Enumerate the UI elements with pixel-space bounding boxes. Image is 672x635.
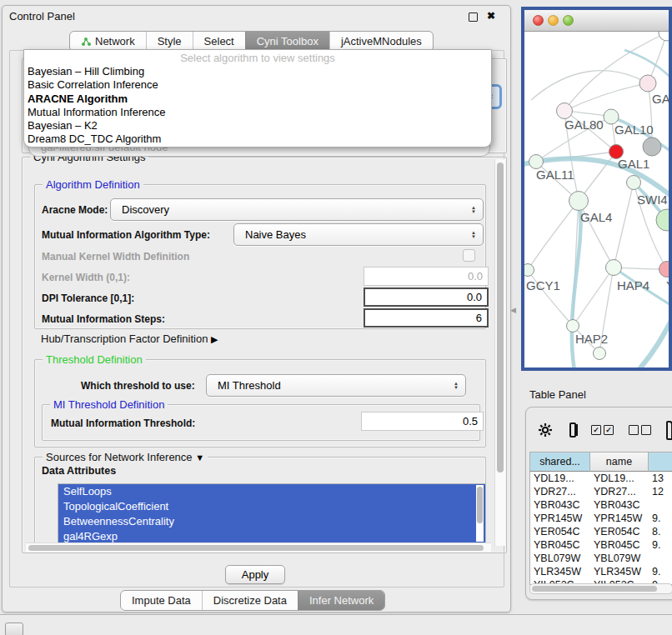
node-label-hap2: HAP2 xyxy=(575,332,608,346)
mi-steps-label: Mutual Information Steps: xyxy=(42,313,165,325)
mi-threshold-label: Mutual Information Threshold: xyxy=(51,418,195,429)
kernel-width-label: Kernel Width (0,1): xyxy=(42,272,130,283)
algorithm-option-bayesian-hill-climbing[interactable]: Bayesian – Hill Climbing xyxy=(24,65,491,78)
network-edge xyxy=(573,268,614,326)
table-row[interactable]: YDL19...YDL19...13 xyxy=(530,472,672,485)
network-node-hap4[interactable] xyxy=(606,260,622,276)
tab-cyni-toolbox[interactable]: Cyni Toolbox xyxy=(245,32,329,51)
mi-type-combo[interactable]: Naive Bayes ▲▼ xyxy=(233,223,484,246)
settings-hscrollbar[interactable] xyxy=(26,542,491,552)
table-cell: YDL19... xyxy=(590,472,649,485)
splitter-collapse-icon[interactable]: ◀ xyxy=(510,306,516,314)
control-panel-window: Control Panel ✖ NetworkStyleSelectCyni T… xyxy=(2,5,511,612)
mi-steps-field[interactable]: 6 xyxy=(364,308,489,328)
table-panel-title: Table Panel xyxy=(521,383,672,403)
collapse-panel-button[interactable] xyxy=(5,622,23,635)
network-node[interactable] xyxy=(656,209,670,231)
network-node-gal80[interactable] xyxy=(557,103,573,119)
node-label-gcy1: GCY1 xyxy=(526,278,560,292)
network-edge-thick xyxy=(638,312,670,368)
hub-definition-toggle[interactable]: Hub/Transcription Factor Definition ▶ xyxy=(41,332,218,345)
attribute-item-topologicalcoefficient[interactable]: TopologicalCoefficient xyxy=(58,499,485,514)
table-header-row: shared...name xyxy=(530,452,672,472)
settings-gear-icon[interactable] xyxy=(538,422,553,438)
table-cell: YBR043C xyxy=(590,498,649,512)
tab-label: Select xyxy=(204,35,234,48)
combo-stepper-icon: ▲▼ xyxy=(454,382,465,390)
table-row[interactable]: YLR345WYLR345W9. xyxy=(530,565,672,578)
network-node[interactable] xyxy=(643,138,661,156)
table-row[interactable]: YER054CYER054C8. xyxy=(530,525,672,538)
combo-stepper-icon: ▲▼ xyxy=(471,231,483,239)
mi-threshold-field[interactable]: 0.5 xyxy=(361,412,484,431)
kernel-width-field[interactable]: 0.0 xyxy=(364,267,489,286)
tab-discretize-data[interactable]: Discretize Data xyxy=(202,591,298,610)
aracne-mode-value: Discovery xyxy=(111,203,169,216)
tab-jactivemnodules[interactable]: jActiveMNodules xyxy=(329,32,433,51)
tab-label: Infer Network xyxy=(309,594,374,607)
attribute-item-selfloops[interactable]: SelfLoops xyxy=(58,484,485,499)
algorithm-option-bayesian-k2[interactable]: Bayesian – K2 xyxy=(24,119,491,132)
algorithm-option-aracne-algorithm[interactable]: ARACNE Algorithm xyxy=(24,92,491,106)
column-header-attr[interactable] xyxy=(649,452,672,472)
table-cell: YBR045C xyxy=(590,538,649,552)
table-cell: YBR043C xyxy=(530,498,590,512)
mi-type-label: Mutual Information Algorithm Type: xyxy=(42,229,210,241)
network-canvas[interactable]: GALGAL80GAL10GAL1GAL11SWI4GAL4GCY1HAP4YH… xyxy=(524,32,670,368)
which-threshold-combo[interactable]: MI Threshold ▲▼ xyxy=(206,374,466,397)
table-hscrollbar[interactable] xyxy=(529,583,672,594)
table-row[interactable]: YBR045CYBR045C9. xyxy=(530,538,672,552)
minimize-traffic-light[interactable] xyxy=(548,15,559,26)
network-node-hap2[interactable] xyxy=(567,320,579,332)
list-scrollbar[interactable] xyxy=(476,485,484,542)
network-node-gal11[interactable] xyxy=(529,155,544,169)
table-row[interactable]: YBL079WYBL079W xyxy=(530,552,672,565)
tab-network[interactable]: Network xyxy=(70,32,146,51)
select-all-icon[interactable]: ✓✓ xyxy=(591,425,614,435)
table-row[interactable]: YBR043CYBR043C xyxy=(530,498,672,512)
aracne-mode-label: Aracne Mode: xyxy=(42,204,108,216)
sources-title[interactable]: Sources for Network Inference ▼ xyxy=(43,451,208,463)
node-label-y: Y xyxy=(666,278,670,292)
network-node-gal[interactable] xyxy=(639,75,656,92)
network-edge xyxy=(528,201,579,270)
threshold-definition-group: Threshold Definition Which threshold to … xyxy=(34,359,486,448)
network-node-gal4[interactable] xyxy=(569,192,589,211)
algorithm-option-dream8-dc-tdc-algorithm[interactable]: Dream8 DC_TDC Algorithm xyxy=(24,132,491,146)
network-window-titlebar[interactable] xyxy=(524,10,669,32)
network-node-y[interactable] xyxy=(659,262,671,278)
network-node[interactable] xyxy=(659,32,670,41)
apply-button[interactable]: Apply xyxy=(225,565,285,584)
table-row[interactable]: YDR27...YDR27...12 xyxy=(530,485,672,498)
attribute-item-betweennesscentrality[interactable]: BetweennessCentrality xyxy=(58,514,485,529)
node-label-gal1: GAL1 xyxy=(618,157,649,171)
tab-label: Cyni Toolbox xyxy=(257,35,318,48)
dpi-tolerance-field[interactable]: 0.0 xyxy=(364,288,489,307)
manual-kernel-checkbox[interactable] xyxy=(463,249,475,262)
tab-impute-data[interactable]: Impute Data xyxy=(121,591,202,610)
tab-select[interactable]: Select xyxy=(193,32,245,51)
tab-style[interactable]: Style xyxy=(146,32,193,51)
network-node-swi4[interactable] xyxy=(627,176,641,190)
network-node[interactable] xyxy=(594,348,606,360)
table-cell xyxy=(649,498,672,512)
algorithm-option-mutual-information-inference[interactable]: Mutual Information Inference xyxy=(24,106,491,119)
aracne-mode-combo[interactable]: Discovery ▲▼ xyxy=(110,198,484,221)
column-header-name[interactable]: name xyxy=(590,452,649,472)
tab-infer-network[interactable]: Infer Network xyxy=(298,591,384,610)
column-header-shared[interactable]: shared... xyxy=(530,452,590,472)
algorithm-definition-title: Algorithm Definition xyxy=(43,178,143,191)
float-window-icon[interactable] xyxy=(469,12,478,22)
close-icon[interactable]: ✖ xyxy=(487,10,495,22)
panel-title: Control Panel xyxy=(9,10,75,22)
file-icon[interactable] xyxy=(666,421,672,440)
table-row[interactable]: YPR145WYPR145W9. xyxy=(530,512,672,525)
network-node-gcy1[interactable] xyxy=(524,264,534,277)
close-traffic-light[interactable] xyxy=(533,15,544,26)
algorithm-option-basic-correlation-inference[interactable]: Basic Correlation Inference xyxy=(24,78,491,92)
column-layout-icon[interactable] xyxy=(569,422,576,438)
tab-label: jActiveMNodules xyxy=(341,35,422,48)
settings-vscrollbar[interactable] xyxy=(494,159,505,546)
deselect-all-icon[interactable] xyxy=(629,425,651,435)
zoom-traffic-light[interactable] xyxy=(563,15,574,26)
